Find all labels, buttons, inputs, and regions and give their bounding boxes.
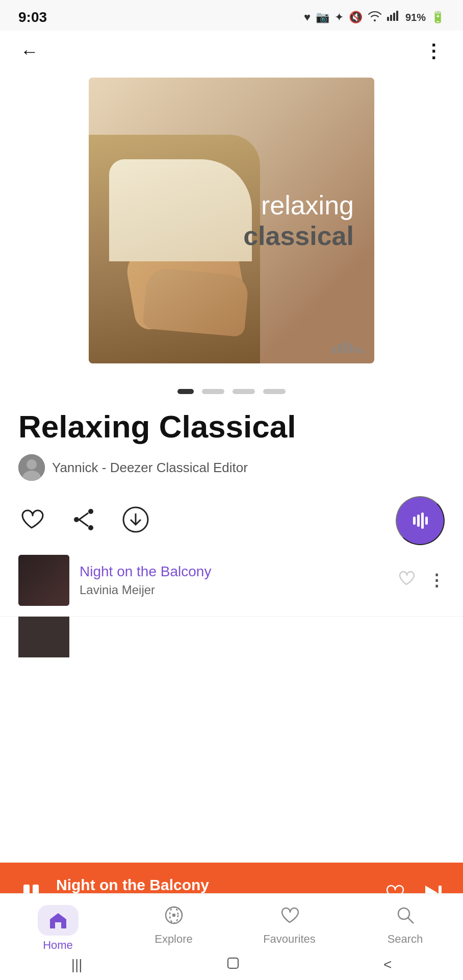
system-back-button[interactable]: < [383, 957, 392, 973]
heart-status-icon: ♥ [304, 11, 311, 24]
album-art-line1: relaxing [243, 190, 354, 220]
play-icon [409, 509, 431, 532]
svg-point-7 [88, 509, 93, 514]
camera-icon: 📷 [316, 11, 329, 24]
system-home-button[interactable] [225, 955, 241, 975]
wifi-icon [368, 10, 382, 24]
svg-line-10 [79, 513, 88, 520]
nav-search-label: Search [388, 933, 423, 946]
track-thumbnail-partial [18, 617, 69, 657]
track-thumbnail[interactable] [18, 555, 69, 606]
track-actions: ⋮ [397, 569, 445, 592]
track-list: Night on the Balcony Lavinia Meijer ⋮ [0, 545, 463, 657]
dot-2[interactable] [202, 389, 224, 394]
favourites-icon [279, 905, 300, 929]
status-bar: 9:03 ♥ 📷 ✦ 🔇 91% 🔋 [0, 0, 463, 31]
nav-favourites[interactable]: Favourites [232, 901, 347, 950]
status-time: 9:03 [18, 9, 47, 26]
bottom-nav: Home Explore Favourites Search [0, 893, 463, 949]
like-button[interactable] [18, 506, 45, 534]
mute-icon: 🔇 [349, 11, 363, 24]
battery-icon: 🔋 [431, 11, 445, 24]
svg-point-28 [173, 914, 175, 916]
nav-explore[interactable]: Explore [116, 901, 232, 950]
playlist-title: Relaxing Classical [18, 409, 445, 444]
status-icons: ♥ 📷 ✦ 🔇 91% 🔋 [304, 10, 445, 24]
svg-rect-0 [387, 17, 389, 21]
album-art[interactable]: relaxing classical [89, 78, 374, 363]
nav-home[interactable]: Home [0, 901, 116, 956]
svg-point-8 [88, 525, 93, 530]
svg-point-9 [74, 517, 79, 522]
system-nav-bar: ||| < [0, 949, 463, 980]
download-button[interactable] [122, 506, 149, 534]
system-menu-button[interactable]: ||| [71, 957, 83, 973]
editor-row: Yannick - Deezer Classical Editor [18, 454, 445, 481]
track-title[interactable]: Night on the Balcony [80, 564, 387, 580]
dot-4[interactable] [263, 389, 286, 394]
action-row [0, 496, 463, 545]
svg-rect-17 [425, 517, 428, 525]
svg-rect-2 [393, 13, 395, 21]
nav-explore-label: Explore [155, 933, 193, 946]
svg-rect-1 [390, 15, 392, 21]
more-options-button[interactable]: ⋮ [424, 41, 443, 62]
download-icon [122, 506, 149, 534]
play-fab-button[interactable] [396, 496, 445, 545]
dot-3[interactable] [233, 389, 255, 394]
album-art-container: relaxing classical [0, 72, 463, 379]
track-artist: Lavinia Meijer [80, 583, 387, 597]
search-icon [395, 905, 416, 929]
track-more-button[interactable]: ⋮ [428, 571, 445, 590]
svg-rect-14 [413, 517, 416, 525]
editor-avatar-img [18, 454, 45, 481]
back-button[interactable]: ← [20, 41, 39, 62]
svg-line-31 [408, 918, 414, 923]
nav-favourites-label: Favourites [263, 933, 316, 946]
explore-icon [164, 905, 184, 929]
battery-status: 91% [405, 12, 426, 23]
share-icon [70, 506, 97, 534]
top-nav: ← ⋮ [0, 31, 463, 72]
album-art-line2: classical [243, 220, 354, 251]
nav-home-bg [38, 905, 79, 936]
carousel-dots [0, 379, 463, 409]
svg-point-5 [27, 459, 37, 470]
deezer-bars-logo [332, 341, 364, 353]
playlist-info: Relaxing Classical Yannick - Deezer Clas… [0, 409, 463, 496]
svg-rect-32 [228, 958, 238, 968]
track-info: Night on the Balcony Lavinia Meijer [80, 564, 387, 597]
track-like-button[interactable] [397, 569, 416, 592]
bluetooth-icon: ✦ [335, 11, 344, 24]
svg-line-11 [79, 520, 88, 526]
dot-1[interactable] [177, 389, 194, 394]
now-playing-title: Night on the Balcony [56, 876, 371, 894]
svg-rect-3 [396, 11, 398, 21]
track-item: Night on the Balcony Lavinia Meijer ⋮ [0, 545, 463, 617]
svg-point-30 [398, 908, 409, 919]
editor-name: Yannick - Deezer Classical Editor [52, 460, 248, 476]
signal-icon [387, 11, 400, 24]
svg-rect-16 [421, 512, 424, 529]
heart-outline-icon [18, 506, 45, 534]
nav-search[interactable]: Search [347, 901, 463, 950]
editor-avatar [18, 454, 45, 481]
track-item-partial [0, 617, 463, 657]
share-button[interactable] [70, 506, 97, 534]
album-art-text-overlay: relaxing classical [89, 78, 374, 363]
svg-rect-15 [417, 514, 420, 527]
